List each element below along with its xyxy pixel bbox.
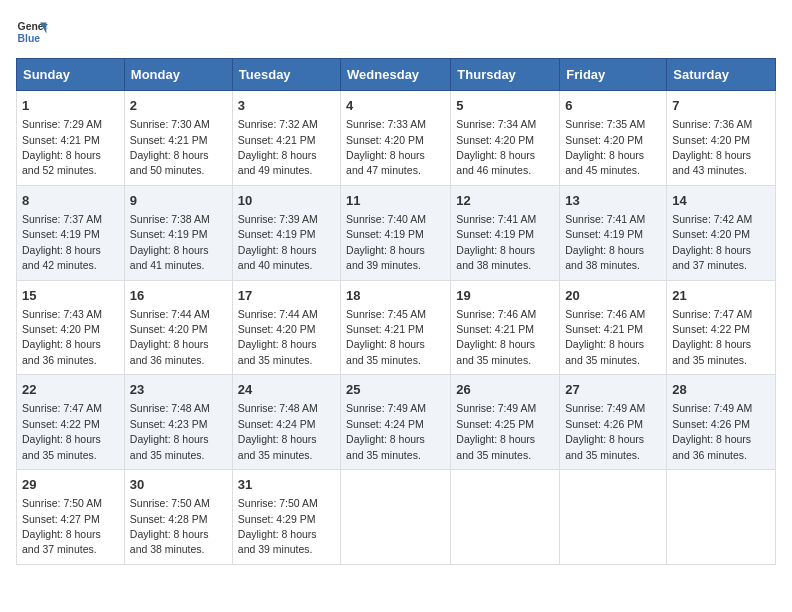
day-info: Sunrise: 7:40 AMSunset: 4:19 PMDaylight:… bbox=[346, 213, 426, 271]
day-number: 9 bbox=[130, 192, 227, 210]
day-info: Sunrise: 7:46 AMSunset: 4:21 PMDaylight:… bbox=[565, 308, 645, 366]
day-info: Sunrise: 7:46 AMSunset: 4:21 PMDaylight:… bbox=[456, 308, 536, 366]
day-info: Sunrise: 7:35 AMSunset: 4:20 PMDaylight:… bbox=[565, 118, 645, 176]
day-info: Sunrise: 7:49 AMSunset: 4:25 PMDaylight:… bbox=[456, 402, 536, 460]
day-header-sunday: Sunday bbox=[17, 59, 125, 91]
day-number: 14 bbox=[672, 192, 770, 210]
calendar-cell: 5Sunrise: 7:34 AMSunset: 4:20 PMDaylight… bbox=[451, 91, 560, 186]
day-header-tuesday: Tuesday bbox=[232, 59, 340, 91]
day-number: 29 bbox=[22, 476, 119, 494]
calendar-cell: 29Sunrise: 7:50 AMSunset: 4:27 PMDayligh… bbox=[17, 470, 125, 565]
logo-icon: General Blue bbox=[16, 16, 48, 48]
calendar-cell: 1Sunrise: 7:29 AMSunset: 4:21 PMDaylight… bbox=[17, 91, 125, 186]
day-info: Sunrise: 7:47 AMSunset: 4:22 PMDaylight:… bbox=[22, 402, 102, 460]
calendar-week-row: 15Sunrise: 7:43 AMSunset: 4:20 PMDayligh… bbox=[17, 280, 776, 375]
day-number: 21 bbox=[672, 287, 770, 305]
day-info: Sunrise: 7:47 AMSunset: 4:22 PMDaylight:… bbox=[672, 308, 752, 366]
calendar-header-row: SundayMondayTuesdayWednesdayThursdayFrid… bbox=[17, 59, 776, 91]
day-info: Sunrise: 7:42 AMSunset: 4:20 PMDaylight:… bbox=[672, 213, 752, 271]
calendar-cell: 3Sunrise: 7:32 AMSunset: 4:21 PMDaylight… bbox=[232, 91, 340, 186]
day-info: Sunrise: 7:36 AMSunset: 4:20 PMDaylight:… bbox=[672, 118, 752, 176]
day-info: Sunrise: 7:45 AMSunset: 4:21 PMDaylight:… bbox=[346, 308, 426, 366]
day-number: 28 bbox=[672, 381, 770, 399]
day-number: 10 bbox=[238, 192, 335, 210]
calendar-cell: 18Sunrise: 7:45 AMSunset: 4:21 PMDayligh… bbox=[341, 280, 451, 375]
svg-text:Blue: Blue bbox=[18, 33, 41, 44]
day-number: 1 bbox=[22, 97, 119, 115]
day-info: Sunrise: 7:49 AMSunset: 4:24 PMDaylight:… bbox=[346, 402, 426, 460]
day-info: Sunrise: 7:29 AMSunset: 4:21 PMDaylight:… bbox=[22, 118, 102, 176]
calendar-cell: 14Sunrise: 7:42 AMSunset: 4:20 PMDayligh… bbox=[667, 185, 776, 280]
day-number: 6 bbox=[565, 97, 661, 115]
calendar-cell: 22Sunrise: 7:47 AMSunset: 4:22 PMDayligh… bbox=[17, 375, 125, 470]
day-number: 30 bbox=[130, 476, 227, 494]
calendar-cell: 27Sunrise: 7:49 AMSunset: 4:26 PMDayligh… bbox=[560, 375, 667, 470]
calendar-week-row: 22Sunrise: 7:47 AMSunset: 4:22 PMDayligh… bbox=[17, 375, 776, 470]
day-number: 3 bbox=[238, 97, 335, 115]
day-info: Sunrise: 7:44 AMSunset: 4:20 PMDaylight:… bbox=[238, 308, 318, 366]
day-number: 27 bbox=[565, 381, 661, 399]
calendar-cell: 28Sunrise: 7:49 AMSunset: 4:26 PMDayligh… bbox=[667, 375, 776, 470]
day-header-monday: Monday bbox=[124, 59, 232, 91]
calendar-cell bbox=[667, 470, 776, 565]
day-info: Sunrise: 7:50 AMSunset: 4:28 PMDaylight:… bbox=[130, 497, 210, 555]
calendar-cell: 7Sunrise: 7:36 AMSunset: 4:20 PMDaylight… bbox=[667, 91, 776, 186]
calendar-cell: 6Sunrise: 7:35 AMSunset: 4:20 PMDaylight… bbox=[560, 91, 667, 186]
day-number: 19 bbox=[456, 287, 554, 305]
day-number: 23 bbox=[130, 381, 227, 399]
calendar-week-row: 1Sunrise: 7:29 AMSunset: 4:21 PMDaylight… bbox=[17, 91, 776, 186]
day-info: Sunrise: 7:50 AMSunset: 4:29 PMDaylight:… bbox=[238, 497, 318, 555]
calendar-cell: 26Sunrise: 7:49 AMSunset: 4:25 PMDayligh… bbox=[451, 375, 560, 470]
day-info: Sunrise: 7:30 AMSunset: 4:21 PMDaylight:… bbox=[130, 118, 210, 176]
day-number: 17 bbox=[238, 287, 335, 305]
calendar-cell: 20Sunrise: 7:46 AMSunset: 4:21 PMDayligh… bbox=[560, 280, 667, 375]
calendar-cell: 16Sunrise: 7:44 AMSunset: 4:20 PMDayligh… bbox=[124, 280, 232, 375]
day-number: 31 bbox=[238, 476, 335, 494]
day-number: 8 bbox=[22, 192, 119, 210]
day-number: 16 bbox=[130, 287, 227, 305]
day-number: 13 bbox=[565, 192, 661, 210]
day-header-saturday: Saturday bbox=[667, 59, 776, 91]
day-header-wednesday: Wednesday bbox=[341, 59, 451, 91]
calendar-week-row: 8Sunrise: 7:37 AMSunset: 4:19 PMDaylight… bbox=[17, 185, 776, 280]
calendar-cell: 12Sunrise: 7:41 AMSunset: 4:19 PMDayligh… bbox=[451, 185, 560, 280]
calendar-cell bbox=[341, 470, 451, 565]
calendar-cell bbox=[560, 470, 667, 565]
calendar-cell: 30Sunrise: 7:50 AMSunset: 4:28 PMDayligh… bbox=[124, 470, 232, 565]
calendar-cell: 24Sunrise: 7:48 AMSunset: 4:24 PMDayligh… bbox=[232, 375, 340, 470]
day-header-thursday: Thursday bbox=[451, 59, 560, 91]
day-info: Sunrise: 7:37 AMSunset: 4:19 PMDaylight:… bbox=[22, 213, 102, 271]
calendar-cell: 4Sunrise: 7:33 AMSunset: 4:20 PMDaylight… bbox=[341, 91, 451, 186]
calendar-cell bbox=[451, 470, 560, 565]
day-number: 26 bbox=[456, 381, 554, 399]
day-info: Sunrise: 7:48 AMSunset: 4:24 PMDaylight:… bbox=[238, 402, 318, 460]
calendar-body: 1Sunrise: 7:29 AMSunset: 4:21 PMDaylight… bbox=[17, 91, 776, 565]
day-info: Sunrise: 7:44 AMSunset: 4:20 PMDaylight:… bbox=[130, 308, 210, 366]
day-number: 15 bbox=[22, 287, 119, 305]
day-info: Sunrise: 7:32 AMSunset: 4:21 PMDaylight:… bbox=[238, 118, 318, 176]
calendar-cell: 23Sunrise: 7:48 AMSunset: 4:23 PMDayligh… bbox=[124, 375, 232, 470]
calendar-cell: 13Sunrise: 7:41 AMSunset: 4:19 PMDayligh… bbox=[560, 185, 667, 280]
calendar-cell: 11Sunrise: 7:40 AMSunset: 4:19 PMDayligh… bbox=[341, 185, 451, 280]
calendar-week-row: 29Sunrise: 7:50 AMSunset: 4:27 PMDayligh… bbox=[17, 470, 776, 565]
day-info: Sunrise: 7:43 AMSunset: 4:20 PMDaylight:… bbox=[22, 308, 102, 366]
day-number: 12 bbox=[456, 192, 554, 210]
calendar-cell: 31Sunrise: 7:50 AMSunset: 4:29 PMDayligh… bbox=[232, 470, 340, 565]
calendar-cell: 2Sunrise: 7:30 AMSunset: 4:21 PMDaylight… bbox=[124, 91, 232, 186]
calendar-cell: 10Sunrise: 7:39 AMSunset: 4:19 PMDayligh… bbox=[232, 185, 340, 280]
day-info: Sunrise: 7:33 AMSunset: 4:20 PMDaylight:… bbox=[346, 118, 426, 176]
day-info: Sunrise: 7:38 AMSunset: 4:19 PMDaylight:… bbox=[130, 213, 210, 271]
day-info: Sunrise: 7:39 AMSunset: 4:19 PMDaylight:… bbox=[238, 213, 318, 271]
day-number: 18 bbox=[346, 287, 445, 305]
day-number: 22 bbox=[22, 381, 119, 399]
calendar-cell: 15Sunrise: 7:43 AMSunset: 4:20 PMDayligh… bbox=[17, 280, 125, 375]
calendar-cell: 17Sunrise: 7:44 AMSunset: 4:20 PMDayligh… bbox=[232, 280, 340, 375]
calendar-cell: 8Sunrise: 7:37 AMSunset: 4:19 PMDaylight… bbox=[17, 185, 125, 280]
calendar-table: SundayMondayTuesdayWednesdayThursdayFrid… bbox=[16, 58, 776, 565]
day-info: Sunrise: 7:48 AMSunset: 4:23 PMDaylight:… bbox=[130, 402, 210, 460]
day-number: 20 bbox=[565, 287, 661, 305]
header: General Blue bbox=[16, 16, 776, 48]
day-header-friday: Friday bbox=[560, 59, 667, 91]
logo: General Blue bbox=[16, 16, 48, 48]
day-info: Sunrise: 7:49 AMSunset: 4:26 PMDaylight:… bbox=[565, 402, 645, 460]
